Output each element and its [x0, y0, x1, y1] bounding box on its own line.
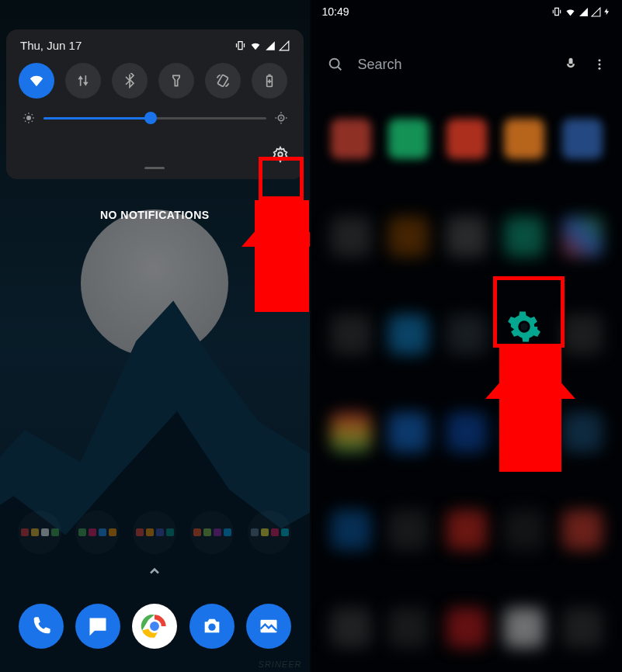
left-phone-screenshot: SRINEER 10:49 85% Thu, Jun 17	[0, 0, 311, 672]
qs-tile-bluetooth[interactable]	[112, 63, 148, 99]
auto-brightness-icon[interactable]: A	[274, 111, 288, 125]
brightness-low-icon	[22, 111, 36, 125]
gear-icon	[272, 146, 289, 163]
svg-point-9	[208, 624, 215, 631]
search-icon[interactable]	[327, 56, 344, 73]
app-icon-blurred[interactable]	[504, 119, 544, 159]
app-icon-blurred[interactable]	[447, 608, 487, 648]
phone-icon	[30, 615, 52, 637]
app-icon-blurred[interactable]	[562, 510, 603, 550]
app-icon-blurred[interactable]	[504, 510, 544, 550]
dock-camera[interactable]	[189, 604, 235, 649]
home-folder[interactable]	[190, 511, 234, 554]
app-drawer-handle[interactable]	[147, 563, 162, 582]
qs-tile-data[interactable]	[65, 63, 101, 99]
svg-point-14	[599, 68, 601, 70]
dock-messages[interactable]	[75, 604, 120, 649]
home-folder[interactable]	[133, 511, 176, 554]
app-icon-blurred[interactable]	[331, 608, 371, 648]
qs-tile-auto-rotate[interactable]	[205, 63, 241, 99]
svg-point-12	[599, 59, 601, 61]
svg-point-5	[278, 152, 283, 157]
app-icon-blurred[interactable]	[331, 119, 371, 159]
app-icon-blurred[interactable]	[447, 510, 487, 550]
wifi-icon	[565, 6, 576, 18]
qs-tile-flashlight[interactable]	[158, 63, 194, 99]
svg-point-15	[520, 323, 528, 331]
app-icon-blurred[interactable]	[562, 119, 603, 159]
home-folder[interactable]	[248, 511, 291, 554]
brightness-slider[interactable]	[43, 117, 266, 120]
more-icon[interactable]	[592, 57, 606, 71]
app-settings[interactable]: Settings	[502, 305, 546, 364]
app-icon-blurred[interactable]	[447, 216, 487, 257]
home-folder-row	[0, 511, 310, 554]
battery-plus-icon	[262, 73, 277, 88]
app-icon-blurred[interactable]	[447, 412, 487, 452]
svg-point-13	[599, 64, 601, 66]
brightness-fill	[43, 117, 151, 120]
search-input[interactable]: Search	[358, 57, 550, 73]
data-arrows-icon	[75, 73, 91, 88]
signal-icon	[579, 7, 589, 17]
status-icons	[551, 6, 611, 18]
flashlight-icon	[169, 73, 184, 88]
app-icon-blurred[interactable]	[388, 608, 429, 648]
chevron-up-icon	[147, 563, 162, 579]
signal-icon	[265, 40, 276, 51]
brightness-thumb[interactable]	[144, 112, 157, 124]
qs-header-status-icons	[235, 40, 290, 52]
dock-phone[interactable]	[19, 604, 64, 649]
status-bar: 10:49	[311, 0, 623, 23]
signal-icon-2	[591, 7, 601, 17]
message-icon	[87, 615, 109, 637]
app-icon-blurred[interactable]	[388, 314, 429, 355]
gear-icon	[506, 309, 542, 345]
app-icon-blurred[interactable]	[388, 119, 429, 159]
search-placeholder-text: Search	[358, 57, 402, 72]
status-time: 10:49	[322, 5, 349, 18]
home-folder[interactable]	[75, 511, 119, 554]
app-icon-blurred[interactable]	[562, 314, 603, 355]
bluetooth-icon	[122, 73, 137, 88]
app-icon-blurred[interactable]	[331, 510, 371, 550]
mic-icon[interactable]	[563, 57, 579, 72]
app-icon-blurred[interactable]	[562, 412, 603, 452]
qs-tile-battery-saver[interactable]	[252, 63, 287, 99]
app-icon-blurred[interactable]	[447, 119, 487, 159]
app-icon-blurred[interactable]	[504, 608, 544, 648]
app-icon-blurred[interactable]	[447, 314, 487, 355]
home-folder[interactable]	[18, 511, 61, 554]
qs-settings-button[interactable]	[266, 140, 294, 168]
right-phone-screenshot: 10:49 Search	[311, 0, 623, 672]
app-icon-blurred[interactable]	[331, 216, 371, 257]
dock-chrome[interactable]	[132, 604, 177, 649]
app-icon-blurred[interactable]	[504, 412, 544, 452]
qs-expand-handle[interactable]	[144, 167, 165, 169]
app-label-settings: Settings	[507, 353, 542, 364]
svg-rect-0	[217, 74, 228, 87]
no-notifications-label: NO NOTIFICATIONS	[0, 209, 310, 221]
rotate-icon	[215, 73, 231, 88]
wifi-icon	[28, 72, 45, 89]
qs-date: Thu, Jun 17	[20, 39, 82, 52]
app-icon-blurred[interactable]	[388, 216, 429, 257]
app-icon-blurred[interactable]	[331, 412, 371, 452]
camera-icon	[201, 615, 223, 637]
vibrate-icon	[235, 40, 246, 51]
wallpaper-artist-signature: SRINEER	[259, 660, 302, 669]
signal-icon-2	[279, 40, 290, 51]
app-icon-blurred[interactable]	[388, 510, 429, 550]
qs-tile-wifi[interactable]	[19, 63, 54, 99]
app-icon-blurred[interactable]	[562, 608, 603, 648]
app-icon-blurred[interactable]	[504, 216, 544, 257]
app-icon-blurred[interactable]	[562, 216, 603, 257]
app-icon-blurred[interactable]	[331, 314, 371, 355]
svg-text:A: A	[280, 116, 283, 120]
app-icon-blurred[interactable]	[388, 412, 429, 452]
wifi-icon	[249, 40, 262, 52]
quick-settings-panel[interactable]: Thu, Jun 17	[6, 29, 304, 179]
chrome-icon	[137, 609, 172, 643]
app-drawer-grid[interactable]: Settings	[322, 90, 612, 664]
dock-gallery[interactable]	[246, 604, 291, 649]
